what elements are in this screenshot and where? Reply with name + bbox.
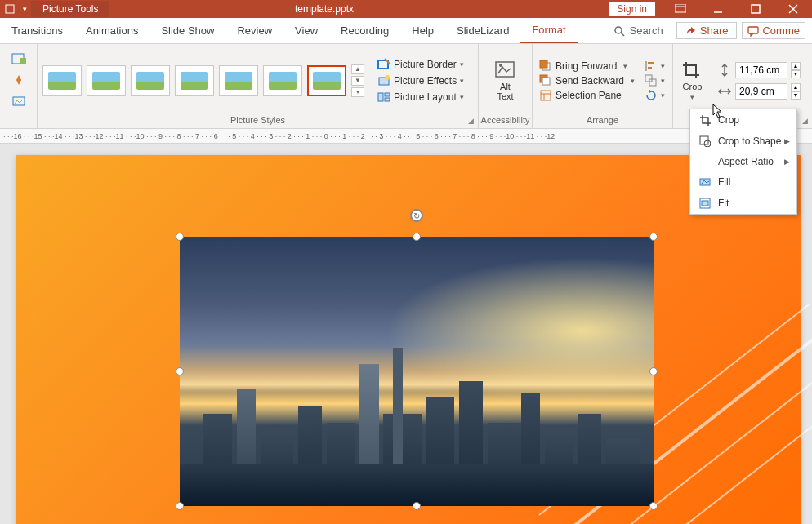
remove-background-icon[interactable] <box>10 51 28 67</box>
rotate-icon <box>645 89 658 102</box>
comment-icon <box>747 25 759 37</box>
style-thumb[interactable] <box>131 65 170 96</box>
minimize-button[interactable] <box>699 0 737 18</box>
height-down-button[interactable]: ▼ <box>791 70 801 78</box>
selected-picture[interactable] <box>180 237 654 506</box>
send-backward-button[interactable]: Send Backward ▾ <box>538 74 636 87</box>
search-label: Search <box>630 24 663 37</box>
group-label: Picture Styles <box>38 115 478 127</box>
svg-rect-32 <box>649 79 656 86</box>
style-thumb-selected[interactable] <box>307 65 346 96</box>
svg-rect-18 <box>385 98 390 101</box>
gallery-up-button[interactable]: ▲ <box>351 64 364 74</box>
resize-handle-s[interactable] <box>413 502 421 510</box>
crop-icon <box>681 60 704 80</box>
ribbon-display-options-icon[interactable] <box>662 0 699 18</box>
menu-item-label: Fit <box>718 198 729 209</box>
dialog-launcher-icon[interactable]: ◢ <box>466 116 475 126</box>
resize-handle-w[interactable] <box>176 367 184 375</box>
picture-layout-icon <box>377 91 390 104</box>
svg-point-36 <box>704 140 711 147</box>
tab-slide-show[interactable]: Slide Show <box>149 18 225 43</box>
rotate-button[interactable]: ▾ <box>643 89 667 102</box>
width-down-button[interactable]: ▼ <box>791 91 801 100</box>
height-up-button[interactable]: ▲ <box>791 62 801 70</box>
selection-pane-button[interactable]: Selection Pane <box>538 89 636 102</box>
slide[interactable] <box>16 155 801 524</box>
fit-icon <box>698 197 712 210</box>
picture-layout-label: Picture Layout <box>394 91 457 103</box>
bring-forward-button[interactable]: Bring Forward ▾ <box>538 60 636 73</box>
group-button[interactable]: ▾ <box>643 74 667 87</box>
style-thumb[interactable] <box>42 65 82 96</box>
picture-layout-button[interactable]: Picture Layout▾ <box>374 90 467 104</box>
tab-help[interactable]: Help <box>400 18 445 43</box>
menu-item-fill[interactable]: Fill <box>690 171 796 193</box>
style-thumb[interactable] <box>263 65 302 96</box>
style-thumb[interactable] <box>175 65 214 96</box>
crop-dropdown-icon[interactable]: ▾ <box>690 93 694 101</box>
svg-rect-4 <box>752 5 760 13</box>
autosave-icon[interactable] <box>3 2 16 16</box>
menu-item-fit[interactable]: Fit <box>690 193 796 214</box>
share-button[interactable]: Share <box>676 22 738 39</box>
svg-point-15 <box>385 75 390 80</box>
tab-review[interactable]: Review <box>225 18 283 43</box>
tab-slidelizard[interactable]: SlideLizard <box>445 18 520 43</box>
qat: ▾ <box>0 2 31 16</box>
resize-handle-nw[interactable] <box>176 233 184 241</box>
tab-view[interactable]: View <box>283 18 329 43</box>
send-backward-icon <box>539 74 552 87</box>
alt-text-button[interactable]: AltText <box>488 57 524 104</box>
fill-icon <box>698 175 712 189</box>
gallery-more-button[interactable]: ▾ <box>351 87 364 97</box>
submenu-arrow-icon: ▶ <box>784 158 790 166</box>
contextual-tab-label: Picture Tools <box>31 1 109 17</box>
picture-styles-gallery[interactable]: ▲ ▼ ▾ <box>42 64 364 97</box>
align-button[interactable]: ▾ <box>643 60 667 73</box>
width-input[interactable] <box>735 83 787 100</box>
ribbon-tabs: Transitions Animations Slide Show Review… <box>0 18 812 44</box>
width-up-button[interactable]: ▲ <box>791 83 801 91</box>
style-thumb[interactable] <box>87 65 126 96</box>
comments-button[interactable]: Comme <box>742 22 805 39</box>
sign-in-button[interactable]: Sign in <box>609 2 655 16</box>
crop-button[interactable]: Crop ▾ <box>675 57 711 104</box>
tab-recording[interactable]: Recording <box>329 18 400 43</box>
svg-rect-9 <box>748 27 758 33</box>
dialog-launcher-icon[interactable]: ◢ <box>800 116 810 126</box>
corrections-icon[interactable] <box>10 72 28 88</box>
menu-item-crop-to-shape[interactable]: Crop to Shape ▶ <box>690 131 796 152</box>
close-button[interactable] <box>774 0 812 18</box>
bring-forward-icon <box>539 60 552 73</box>
resize-handle-n[interactable] <box>413 233 421 241</box>
resize-handle-sw[interactable] <box>176 502 184 510</box>
menu-item-label: Aspect Ratio <box>718 156 774 167</box>
style-thumb[interactable] <box>219 65 258 96</box>
resize-handle-e[interactable] <box>649 367 658 375</box>
menu-item-crop[interactable]: Crop <box>690 109 796 131</box>
resize-handle-ne[interactable] <box>649 233 658 241</box>
search-button[interactable]: Search <box>605 24 671 37</box>
height-input[interactable] <box>735 62 787 78</box>
title-bar: ▾ template.pptx Picture Tools Sign in <box>0 0 812 18</box>
tab-format[interactable]: Format <box>520 18 577 43</box>
menu-item-aspect-ratio[interactable]: Aspect Ratio ▶ <box>690 152 796 171</box>
submenu-arrow-icon: ▶ <box>784 137 790 145</box>
accessibility-group: AltText Accessibility <box>479 44 533 128</box>
maximize-button[interactable] <box>737 0 774 18</box>
svg-rect-31 <box>645 75 652 82</box>
picture-border-button[interactable]: Picture Border▾ <box>374 57 467 72</box>
mouse-cursor-icon <box>712 104 724 118</box>
picture-effects-button[interactable]: Picture Effects▾ <box>374 73 467 88</box>
qat-dropdown-icon[interactable]: ▾ <box>18 2 31 16</box>
tab-transitions[interactable]: Transitions <box>0 18 74 43</box>
rotation-handle[interactable] <box>410 209 423 222</box>
crop-label: Crop <box>683 82 703 91</box>
gallery-down-button[interactable]: ▼ <box>351 76 364 86</box>
resize-handle-se[interactable] <box>649 502 658 510</box>
picture-content <box>180 237 654 506</box>
picture-border-icon <box>377 58 390 71</box>
change-picture-icon[interactable] <box>10 93 28 109</box>
tab-animations[interactable]: Animations <box>74 18 149 43</box>
